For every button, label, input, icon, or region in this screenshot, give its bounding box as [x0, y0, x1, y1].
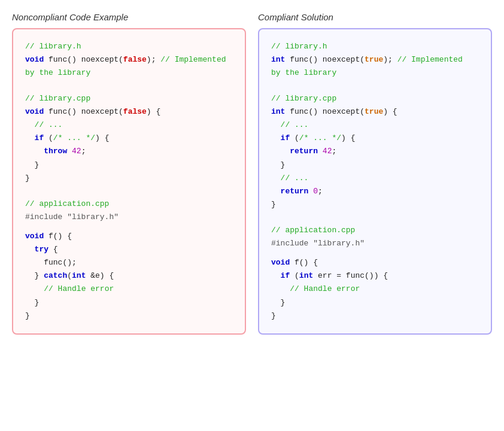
r-line-14: #include "library.h" [271, 237, 479, 250]
r-line-11: return 0; [271, 185, 479, 198]
line-7: if (/* ... */) { [25, 132, 233, 145]
r-line-5: int func() noexcept(true) { [271, 105, 479, 119]
r-blank-1 [271, 80, 479, 86]
line-5: void func() noexcept(false) { [25, 105, 233, 119]
r-line-10: // ... [271, 172, 479, 185]
line-4: // library.cpp [25, 92, 233, 105]
r-line-9: } [271, 159, 479, 172]
line-13: void f() { [25, 230, 233, 243]
noncompliant-code-box: // library.h void func() noexcept(false)… [12, 28, 246, 335]
line-15: func(); [25, 256, 233, 269]
r-line-7: if (/* ... */) { [271, 132, 479, 145]
r-line-1: // library.h [271, 40, 479, 53]
r-blank-4 [271, 217, 479, 223]
line-14: try { [25, 243, 233, 256]
r-line-16: if (int err = func()) { [271, 269, 479, 283]
blank-5 [25, 224, 233, 230]
blank-4 [25, 191, 233, 197]
line-11: // application.cpp [25, 198, 233, 211]
r-blank-2 [271, 86, 479, 92]
line-6: // ... [25, 119, 233, 132]
r-line-12: } [271, 198, 479, 211]
r-line-13: // application.cpp [271, 224, 479, 237]
r-line-19: } [271, 309, 479, 323]
noncompliant-column: Noncompliant Code Example // library.h v… [12, 12, 246, 335]
noncompliant-title: Noncompliant Code Example [12, 12, 246, 22]
blank-3 [25, 185, 233, 191]
line-1: // library.h [25, 40, 233, 53]
compliant-column: Compliant Solution // library.h int func… [258, 12, 492, 335]
r-line-2: int func() noexcept(true); // Implemente… [271, 53, 479, 66]
r-line-18: } [271, 296, 479, 309]
r-line-15: void f() { [271, 256, 479, 269]
r-line-3: by the library [271, 66, 479, 80]
line-19: } [25, 309, 233, 323]
r-line-17: // Handle error [271, 283, 479, 296]
r-blank-5 [271, 250, 479, 256]
line-10: } [25, 172, 233, 185]
r-blank-3 [271, 211, 479, 217]
main-layout: Noncompliant Code Example // library.h v… [12, 12, 492, 335]
r-line-4: // library.cpp [271, 92, 479, 105]
line-8: throw 42; [25, 145, 233, 158]
compliant-title: Compliant Solution [258, 12, 492, 22]
r-line-8: return 42; [271, 145, 479, 158]
line-2: void func() noexcept(false); // Implemen… [25, 53, 233, 66]
line-17: // Handle error [25, 283, 233, 296]
line-9: } [25, 159, 233, 172]
line-16: } catch(int &e) { [25, 269, 233, 283]
line-12: #include "library.h" [25, 211, 233, 224]
line-18: } [25, 296, 233, 309]
compliant-code-box: // library.h int func() noexcept(true); … [258, 28, 492, 335]
line-3: by the library [25, 66, 233, 80]
blank-2 [25, 86, 233, 92]
blank-1 [25, 80, 233, 86]
r-line-6: // ... [271, 119, 479, 132]
